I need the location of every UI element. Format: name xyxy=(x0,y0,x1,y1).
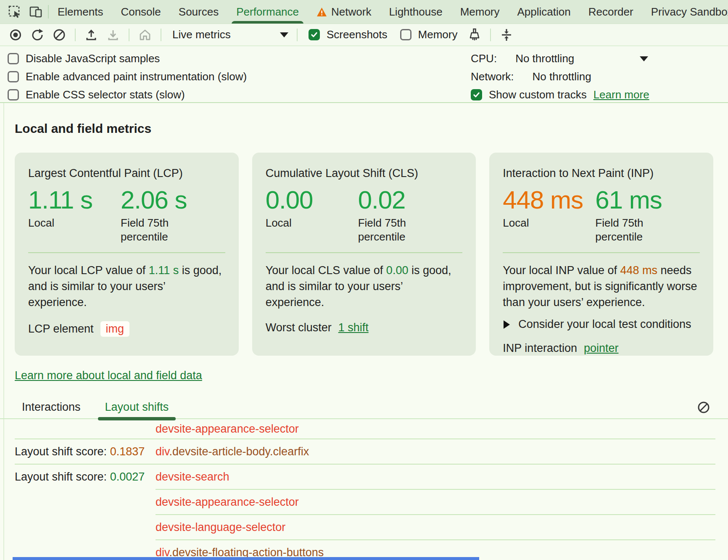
lcp-card: Largest Contentful Paint (LCP) 1.11 s Lo… xyxy=(15,153,239,356)
inp-field-label: Field 75th percentile xyxy=(595,216,675,244)
checkbox-unchecked-icon xyxy=(8,53,19,64)
cls-local-label: Local xyxy=(266,216,346,230)
tab-layout-shifts[interactable]: Layout shifts xyxy=(98,395,176,419)
inp-inline-value: 448 ms xyxy=(620,264,658,277)
device-toolbar-icon[interactable] xyxy=(29,5,43,19)
memory-label: Memory xyxy=(418,28,458,41)
lcp-local-label: Local xyxy=(28,216,108,230)
local-test-conditions-disclosure[interactable]: Consider your local test conditions xyxy=(503,318,700,331)
cls-card-title: Cumulative Layout Shift (CLS) xyxy=(266,167,463,180)
memory-checkbox[interactable]: Memory xyxy=(400,28,458,41)
inspect-element-icon[interactable] xyxy=(8,5,22,19)
network-value: No throttling xyxy=(533,70,591,83)
save-profile-icon[interactable] xyxy=(103,26,123,44)
cls-card: Cumulative Layout Shift (CLS) 0.00 Local… xyxy=(252,153,476,356)
lcp-field-label: Field 75th percentile xyxy=(121,216,200,244)
bottom-scroll-indicator[interactable] xyxy=(13,557,479,560)
inp-card-title: Interaction to Next Paint (INP) xyxy=(503,167,700,180)
collapse-icon[interactable] xyxy=(497,26,516,44)
lcp-card-title: Largest Contentful Paint (LCP) xyxy=(28,167,225,180)
warning-icon xyxy=(317,7,327,17)
node-link[interactable]: devsite-appearance-selector xyxy=(156,496,299,509)
tab-interactions[interactable]: Interactions xyxy=(15,395,88,419)
log-tabstrip: Interactions Layout shifts xyxy=(0,396,728,419)
lcp-element-label: LCP element xyxy=(28,322,94,335)
chevron-down-icon xyxy=(280,32,288,37)
field-data-learn-more-link[interactable]: Learn more about local and field data xyxy=(15,369,202,382)
inp-local-value: 448 ms xyxy=(503,188,595,213)
node-link[interactable]: devsite-language-selector xyxy=(156,521,285,534)
cls-field-value: 0.02 xyxy=(358,188,438,213)
tab-network[interactable]: Network xyxy=(308,0,380,24)
tab-sources[interactable]: Sources xyxy=(170,0,227,24)
toolbar-separator xyxy=(75,29,76,41)
lcp-local-value: 1.11 s xyxy=(28,188,121,213)
score-value: 0.0027 xyxy=(110,470,145,483)
card-divider xyxy=(503,252,700,253)
tab-recorder[interactable]: Recorder xyxy=(580,0,642,24)
toolbar-separator xyxy=(490,29,491,41)
worst-cluster-link[interactable]: 1 shift xyxy=(338,321,369,334)
devtools-tabbar: Elements Console Sources Performance Net… xyxy=(0,0,728,24)
disclosure-triangle-icon xyxy=(504,320,510,329)
inp-local-label: Local xyxy=(503,216,583,230)
reload-record-button[interactable] xyxy=(28,26,47,44)
card-divider xyxy=(28,252,225,253)
lcp-inline-value: 1.11 s xyxy=(149,264,179,277)
inp-interaction-link[interactable]: pointer xyxy=(584,342,619,355)
chevron-down-icon xyxy=(640,56,648,61)
checkbox-unchecked-icon xyxy=(400,29,411,40)
layout-shift-row: devsite-language-selector xyxy=(0,515,728,539)
node-link[interactable]: devsite-search xyxy=(156,470,229,483)
card-divider xyxy=(266,252,463,253)
history-dropdown[interactable]: Live metrics xyxy=(172,28,288,41)
checkbox-checked-icon xyxy=(309,29,320,40)
clear-log-icon[interactable] xyxy=(697,401,710,414)
screenshots-checkbox[interactable]: Screenshots xyxy=(309,28,388,41)
cls-inline-value: 0.00 xyxy=(386,264,409,277)
node-link[interactable]: div.devsite-article-body.clearfix xyxy=(156,445,309,458)
clear-button[interactable] xyxy=(50,26,69,44)
tab-console[interactable]: Console xyxy=(112,0,169,24)
toolbar-separator xyxy=(161,29,161,41)
layout-shift-row: devsite-appearance-selector xyxy=(0,490,728,514)
panel-left-border xyxy=(3,45,4,560)
network-throttling-select[interactable]: Network: No throttling xyxy=(471,68,728,86)
live-metrics-view: Local and field metrics Largest Contentf… xyxy=(0,122,728,560)
cls-field-label: Field 75th percentile xyxy=(358,216,438,244)
score-value: 0.1837 xyxy=(110,445,145,458)
toolbar-separator xyxy=(129,29,129,41)
checkbox-unchecked-icon xyxy=(8,71,19,82)
record-button[interactable] xyxy=(6,26,25,44)
layout-shift-row: Layout shift score: 0.0027 devsite-searc… xyxy=(0,465,728,489)
cpu-label: CPU: xyxy=(471,52,497,65)
tab-lighthouse[interactable]: Lighthouse xyxy=(380,0,451,24)
network-label: Network: xyxy=(471,70,514,83)
tab-memory[interactable]: Memory xyxy=(451,0,509,24)
tab-elements[interactable]: Elements xyxy=(49,0,112,24)
cpu-throttling-select[interactable]: CPU: No throttling xyxy=(471,50,648,68)
tab-performance[interactable]: Performance xyxy=(227,0,308,24)
tab-privacy-sandbox[interactable]: Privacy Sandbox xyxy=(642,0,728,24)
history-dropdown-value: Live metrics xyxy=(172,28,231,41)
capture-settings-pane: Disable JavaScript samples Enable advanc… xyxy=(0,45,728,103)
collect-garbage-icon[interactable] xyxy=(465,26,484,44)
custom-tracks-learn-more-link[interactable]: Learn more xyxy=(593,88,649,101)
inp-field-value: 61 ms xyxy=(595,188,675,213)
lcp-element-node-link[interactable]: img xyxy=(100,321,130,337)
load-profile-icon[interactable] xyxy=(82,26,101,44)
toolbar-separator xyxy=(297,29,298,41)
node-link[interactable]: devsite-appearance-selector xyxy=(156,423,299,436)
tab-application[interactable]: Application xyxy=(509,0,580,24)
layout-shift-row: devsite-appearance-selector xyxy=(0,419,728,438)
lcp-description: Your local LCP value of 1.11 s is good, … xyxy=(28,262,225,310)
cls-local-value: 0.00 xyxy=(266,188,358,213)
show-custom-tracks-checkbox[interactable]: Show custom tracks xyxy=(471,86,587,104)
layout-shifts-log: devsite-appearance-selector Layout shift… xyxy=(0,419,728,560)
inp-description: Your local INP value of 448 ms needs imp… xyxy=(503,262,700,310)
score-label: Layout shift score: xyxy=(15,445,110,458)
lcp-field-value: 2.06 s xyxy=(121,188,200,213)
home-icon[interactable] xyxy=(135,26,155,44)
cls-description: Your local CLS value of 0.00 is good, an… xyxy=(266,262,463,310)
inp-card: Interaction to Next Paint (INP) 448 ms L… xyxy=(489,153,713,356)
